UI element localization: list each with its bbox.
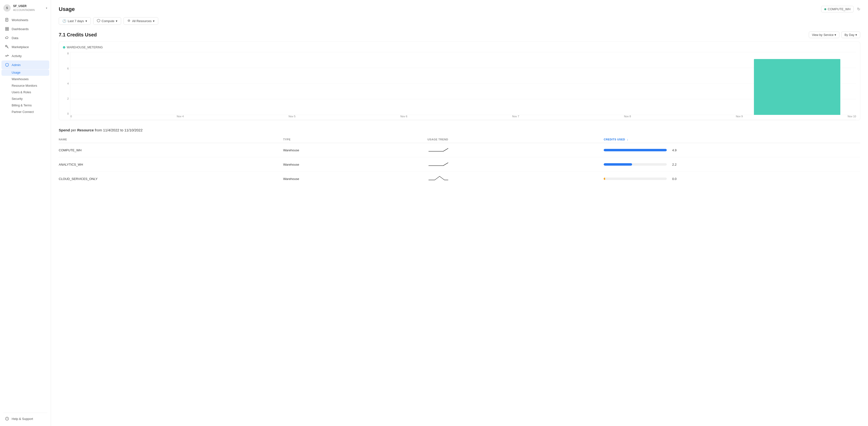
filters-row: 🕐 Last 7 days ▾ Compute ▾ All Resources … bbox=[59, 17, 860, 25]
avatar: S bbox=[3, 4, 11, 12]
svg-rect-5 bbox=[7, 27, 9, 29]
by-label: By bbox=[844, 33, 848, 37]
chart-bars bbox=[70, 52, 856, 115]
y-label-0: 0 bbox=[63, 112, 69, 115]
legend-label: WAREHOUSE_METERING bbox=[67, 45, 103, 49]
sidebar-label-help: Help & Support bbox=[12, 417, 33, 421]
svg-point-13 bbox=[129, 21, 129, 21]
svg-rect-7 bbox=[7, 29, 9, 31]
resources-filter[interactable]: All Resources ▾ bbox=[124, 17, 158, 25]
sidebar-label-admin: Admin bbox=[12, 63, 21, 67]
credits-bar-fill bbox=[604, 178, 605, 180]
to-label: to bbox=[120, 128, 125, 132]
sidebar-sub-item-security[interactable]: Security bbox=[1, 96, 49, 102]
help-icon: ? bbox=[5, 417, 9, 421]
time-range-filter[interactable]: 🕐 Last 7 days ▾ bbox=[59, 17, 91, 25]
sidebar-sub-item-resource-monitors[interactable]: Resource Monitors bbox=[1, 83, 49, 89]
table-row: CLOUD_SERVICES_ONLY Warehouse 0.0 bbox=[59, 172, 860, 186]
cell-trend bbox=[428, 143, 604, 157]
sidebar-item-worksheets[interactable]: Worksheets bbox=[1, 16, 49, 24]
active-warehouse-label: COMPUTE_WH bbox=[828, 7, 850, 11]
resources-label: All Resources bbox=[132, 19, 152, 23]
user-name: SF_USER bbox=[13, 4, 43, 8]
chart-legend: WAREHOUSE_METERING bbox=[63, 45, 856, 49]
view-by-label: View by bbox=[812, 33, 823, 37]
sidebar-label-data: Data bbox=[12, 36, 18, 40]
y-label-4: 4 bbox=[63, 82, 69, 85]
from-label: from bbox=[95, 128, 103, 132]
resources-icon bbox=[127, 19, 131, 23]
page-header: Usage COMPUTE_WH ↻ bbox=[59, 6, 860, 12]
sidebar-item-data[interactable]: Data bbox=[1, 33, 49, 42]
grid-icon bbox=[5, 27, 9, 31]
credits-bar-bg bbox=[604, 178, 667, 180]
sidebar-sub-item-usage[interactable]: Usage bbox=[1, 69, 49, 76]
time-range-label: Last 7 days bbox=[68, 19, 84, 23]
credits-bar-bg bbox=[604, 149, 667, 151]
credits-title: 7.1 Credits Used bbox=[59, 32, 97, 38]
spend-section: Spend per Resource from 11/4/2022 to 11/… bbox=[59, 128, 860, 186]
sidebar-label-marketplace: Marketplace bbox=[12, 45, 29, 49]
compute-chevron: ▾ bbox=[116, 19, 118, 23]
table-row: ANALYTICS_WH Warehouse 2.2 bbox=[59, 157, 860, 172]
y-label-8: 8 bbox=[63, 52, 69, 55]
compute-filter[interactable]: Compute ▾ bbox=[93, 17, 121, 25]
cloud-icon bbox=[5, 36, 9, 40]
cell-name: CLOUD_SERVICES_ONLY bbox=[59, 172, 283, 186]
sidebar-item-activity[interactable]: Activity bbox=[1, 52, 49, 60]
y-label-6: 6 bbox=[63, 67, 69, 70]
col-header-name: NAME bbox=[59, 136, 283, 143]
sidebar-item-admin[interactable]: Admin bbox=[1, 60, 49, 69]
shield-icon bbox=[5, 63, 9, 67]
sidebar-sub-item-warehouses[interactable]: Warehouses bbox=[1, 76, 49, 82]
user-section[interactable]: S SF_USER ACCOUNTADMIN ▾ bbox=[0, 2, 51, 16]
sidebar-item-dashboards[interactable]: Dashboards bbox=[1, 25, 49, 33]
warehouse-status-dot bbox=[824, 8, 826, 10]
credits-col-label: CREDITS USED bbox=[604, 138, 625, 141]
main-content: Usage COMPUTE_WH ↻ 🕐 Last 7 days ▾ Compu… bbox=[51, 0, 868, 426]
credits-value: 4.9 bbox=[669, 148, 677, 152]
cell-name: ANALYTICS_WH bbox=[59, 157, 283, 172]
by-value: Day bbox=[849, 33, 855, 37]
date-end: 11/10/2022 bbox=[124, 128, 143, 132]
chart-area: WAREHOUSE_METERING 8 6 4 2 0 bbox=[59, 41, 860, 120]
x-label-nov5: Nov 5 bbox=[289, 115, 296, 120]
cell-credits: 0.0 bbox=[604, 172, 860, 186]
cell-type: Warehouse bbox=[283, 143, 428, 157]
sidebar-label-dashboards: Dashboards bbox=[12, 27, 29, 31]
time-range-chevron: ▾ bbox=[86, 19, 87, 23]
sidebar-item-marketplace[interactable]: Marketplace bbox=[1, 42, 49, 51]
svg-rect-6 bbox=[6, 29, 7, 31]
chart-yaxis: 8 6 4 2 0 bbox=[63, 52, 70, 120]
sidebar-divider bbox=[3, 413, 47, 413]
sidebar-sub-item-billing-terms[interactable]: Billing & Terms bbox=[1, 102, 49, 109]
by-day-button[interactable]: By Day ▾ bbox=[841, 32, 860, 38]
user-role: ACCOUNTADMIN bbox=[13, 8, 43, 12]
view-by-service-button[interactable]: View by Service ▾ bbox=[809, 32, 839, 38]
chart-body: 0 Nov 4 Nov 5 Nov 6 Nov 7 Nov 8 Nov 9 No… bbox=[70, 52, 856, 120]
bar-nov10 bbox=[754, 59, 840, 115]
resources-chevron: ▾ bbox=[153, 19, 155, 23]
sidebar-label-activity: Activity bbox=[12, 54, 22, 58]
sidebar-item-help-support[interactable]: ? Help & Support bbox=[1, 414, 49, 423]
spend-header: Spend per Resource from 11/4/2022 to 11/… bbox=[59, 128, 860, 132]
sidebar-sub-item-partner-connect[interactable]: Partner Connect bbox=[1, 109, 49, 115]
credits-bar-fill bbox=[604, 163, 632, 165]
x-label-nov9: Nov 9 bbox=[736, 115, 743, 120]
date-start: 11/4/2022 bbox=[103, 128, 119, 132]
cell-type: Warehouse bbox=[283, 157, 428, 172]
view-by-chevron: ▾ bbox=[835, 33, 836, 37]
cell-type: Warehouse bbox=[283, 172, 428, 186]
user-chevron-icon: ▾ bbox=[46, 6, 47, 10]
sidebar-sub-item-users-roles[interactable]: Users & Roles bbox=[1, 89, 49, 95]
credits-value: 2.2 bbox=[669, 163, 677, 166]
legend-dot bbox=[63, 46, 65, 49]
x-label-nov3: 0 bbox=[70, 115, 72, 120]
refresh-icon[interactable]: ↻ bbox=[857, 7, 860, 11]
col-header-credits-used[interactable]: CREDITS USED ↓ bbox=[604, 136, 860, 143]
credits-bar-fill bbox=[604, 149, 667, 151]
y-label-2: 2 bbox=[63, 97, 69, 100]
tag-icon bbox=[5, 45, 9, 49]
credits-header: 7.1 Credits Used View by Service ▾ By Da… bbox=[59, 32, 860, 38]
per-label: per bbox=[71, 128, 77, 132]
